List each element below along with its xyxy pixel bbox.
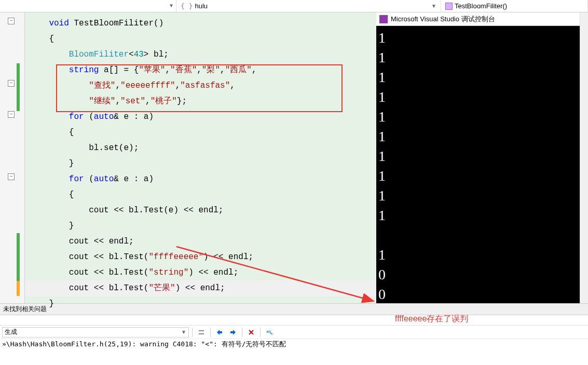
tab-function[interactable]: TestBloomFiliter() — [441, 0, 588, 12]
fold-button[interactable]: − — [8, 18, 15, 24]
dropdown-arrow-icon[interactable]: ▼ — [431, 3, 436, 9]
separator — [192, 328, 193, 337]
scrollbar-vertical[interactable] — [580, 12, 588, 303]
toolbar-btn-1[interactable] — [196, 327, 207, 338]
fold-button[interactable]: − — [8, 173, 15, 180]
change-bar — [17, 233, 20, 281]
top-spacer: ▼ — [0, 0, 176, 12]
console-line: 1 — [378, 67, 586, 87]
code-line[interactable]: string a[] = {"苹果","香蕉","梨","西瓜", — [25, 62, 376, 78]
svg-rect-1 — [199, 333, 204, 334]
console-line: 0 — [378, 265, 586, 285]
code-panel: − − − − void TestBloomFiliter() { BloomF… — [0, 12, 376, 303]
code-line[interactable]: } — [25, 296, 376, 312]
code-line[interactable]: void TestBloomFiliter() — [25, 16, 376, 31]
separator — [260, 328, 261, 337]
code-line[interactable]: cout << bl.Test("ffffeeeee") << endl; — [25, 249, 376, 265]
console-line: 1 — [378, 87, 586, 107]
fold-button[interactable]: − — [8, 80, 15, 87]
console-line: 0 — [378, 285, 586, 304]
change-bar — [17, 281, 20, 296]
code-line[interactable]: } — [25, 156, 376, 171]
change-bar — [17, 63, 20, 111]
output-source-dropdown[interactable]: 生成 ▼ — [2, 327, 189, 337]
code-line[interactable]: cout << bl.Test("芒果") << endl; — [25, 280, 376, 296]
code-line[interactable]: for (auto& e : a) — [25, 171, 376, 187]
console-line: 1 — [378, 28, 586, 48]
gutter: − − − − — [0, 12, 25, 303]
fold-button[interactable]: − — [8, 111, 15, 118]
top-bar: ▼ { } hulu ▼ TestBloomFiliter() — [0, 0, 588, 12]
console-panel: Microsoft Visual Studio 调试控制台 1111111111… — [376, 12, 588, 303]
toolbar-btn-wrap[interactable]: ab — [264, 327, 275, 338]
main-area: − − − − void TestBloomFiliter() { BloomF… — [0, 12, 588, 303]
toolbar-btn-clear[interactable] — [245, 327, 257, 338]
console-line: 1 — [378, 206, 586, 225]
console-line — [378, 225, 586, 245]
annotation-text: ffffeeeee存在了误判 — [395, 314, 468, 325]
console-title-bar: Microsoft Visual Studio 调试控制台 — [376, 12, 588, 26]
code-line[interactable]: cout << bl.Test("string") << endl; — [25, 265, 376, 280]
console-line: 1 — [378, 107, 586, 127]
toolbar-btn-next[interactable] — [227, 327, 239, 338]
output-text[interactable]: »\Hash\Hash\BloomFilter.h(25,19): warnin… — [0, 339, 588, 349]
code-line[interactable]: cout << endl; — [25, 234, 376, 249]
output-toolbar: 生成 ▼ ab — [0, 326, 588, 339]
code-line[interactable]: { — [25, 125, 376, 140]
code-line[interactable]: bl.set(e); — [25, 140, 376, 156]
brackets-icon: { } — [181, 2, 193, 10]
console-line: 1 — [378, 166, 586, 186]
console-line: 1 — [378, 245, 586, 265]
console-line: 1 — [378, 127, 586, 146]
console-body[interactable]: 1111111111100 — [376, 26, 588, 306]
console-icon — [379, 15, 388, 23]
separator — [210, 328, 211, 337]
console-title-text: Microsoft Visual Studio 调试控制台 — [391, 15, 495, 24]
output-panel: 生成 ▼ ab »\Hash\Hash\BloomFilter.h(25,19)… — [0, 315, 588, 349]
code-line[interactable]: for (auto& e : a) — [25, 109, 376, 125]
tab-namespace[interactable]: { } hulu ▼ — [176, 0, 441, 12]
code-line[interactable]: } — [25, 218, 376, 234]
tab-label: hulu — [195, 2, 208, 10]
svg-rect-0 — [199, 330, 204, 331]
console-line: 1 — [378, 48, 586, 67]
code-line[interactable]: { — [25, 187, 376, 202]
console-line: 1 — [378, 146, 586, 166]
code-line[interactable]: "继续","set","桃子"}; — [25, 93, 376, 109]
tab-label: TestBloomFiliter() — [455, 2, 507, 10]
dropdown-arrow-icon: ▼ — [181, 329, 186, 335]
code-line[interactable]: { — [25, 31, 376, 47]
code-line[interactable]: BloomFiliter<43> bl; — [25, 47, 376, 62]
toolbar-btn-prev[interactable] — [214, 327, 225, 338]
code-line[interactable]: cout << bl.Test(e) << endl; — [25, 202, 376, 218]
code-content[interactable]: void TestBloomFiliter() { BloomFiliter<4… — [25, 12, 376, 303]
cube-icon — [445, 3, 453, 10]
code-line[interactable]: "查找","eeeeeffff","asfasfas", — [25, 78, 376, 93]
console-line: 1 — [378, 186, 586, 206]
separator — [242, 328, 242, 337]
dropdown-arrow-icon[interactable]: ▼ — [170, 3, 173, 9]
